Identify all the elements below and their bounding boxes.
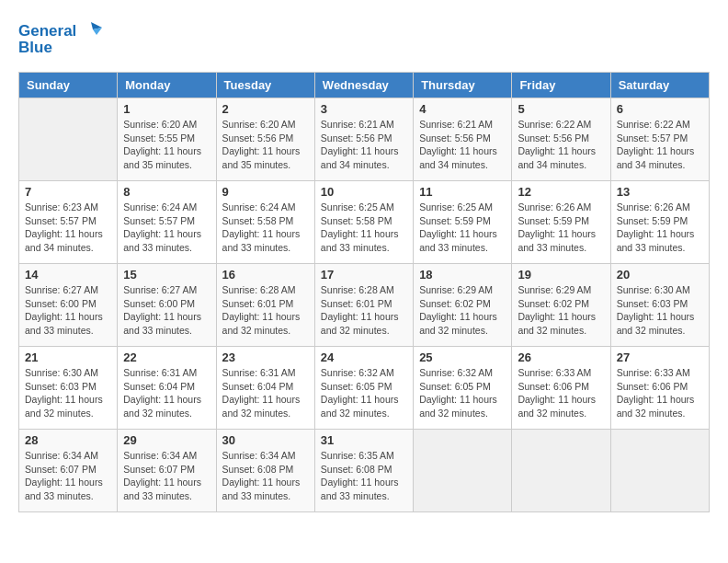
day-info: Sunrise: 6:20 AMSunset: 5:56 PMDaylight:…: [222, 118, 309, 172]
calendar-cell: 13 Sunrise: 6:26 AMSunset: 5:59 PMDaylig…: [610, 181, 709, 264]
calendar-table: SundayMondayTuesdayWednesdayThursdayFrid…: [18, 72, 710, 512]
day-number: 25: [419, 350, 506, 364]
day-info: Sunrise: 6:33 AMSunset: 6:06 PMDaylight:…: [617, 366, 703, 420]
day-info: Sunrise: 6:35 AMSunset: 6:08 PMDaylight:…: [321, 449, 407, 503]
day-number: 31: [321, 433, 407, 447]
calendar-cell: 22 Sunrise: 6:31 AMSunset: 6:04 PMDaylig…: [118, 347, 216, 430]
calendar-week-row: 7 Sunrise: 6:23 AMSunset: 5:57 PMDayligh…: [19, 181, 710, 264]
day-info: Sunrise: 6:31 AMSunset: 6:04 PMDaylight:…: [222, 366, 309, 420]
day-info: Sunrise: 6:22 AMSunset: 5:57 PMDaylight:…: [617, 118, 703, 172]
calendar-week-row: 14 Sunrise: 6:27 AMSunset: 6:00 PMDaylig…: [19, 264, 710, 347]
day-info: Sunrise: 6:24 AMSunset: 5:57 PMDaylight:…: [123, 201, 210, 255]
calendar-cell: 14 Sunrise: 6:27 AMSunset: 6:00 PMDaylig…: [19, 264, 118, 347]
logo-bird-icon: [78, 18, 104, 44]
calendar-cell: 1 Sunrise: 6:20 AMSunset: 5:55 PMDayligh…: [118, 98, 216, 181]
day-number: 11: [419, 185, 506, 199]
calendar-cell: 21 Sunrise: 6:30 AMSunset: 6:03 PMDaylig…: [19, 347, 118, 430]
calendar-cell: 26 Sunrise: 6:33 AMSunset: 6:06 PMDaylig…: [512, 347, 610, 430]
day-info: Sunrise: 6:30 AMSunset: 6:03 PMDaylight:…: [617, 283, 703, 338]
day-number: 23: [222, 350, 309, 364]
weekday-header: Friday: [512, 73, 610, 98]
day-info: Sunrise: 6:25 AMSunset: 5:59 PMDaylight:…: [419, 201, 506, 255]
day-number: 16: [222, 268, 309, 282]
calendar-cell: 31 Sunrise: 6:35 AMSunset: 6:08 PMDaylig…: [314, 430, 413, 512]
day-number: 3: [321, 102, 407, 116]
day-number: 27: [617, 350, 703, 364]
calendar-week-row: 1 Sunrise: 6:20 AMSunset: 5:55 PMDayligh…: [19, 98, 710, 181]
day-info: Sunrise: 6:23 AMSunset: 5:57 PMDaylight:…: [25, 201, 111, 255]
calendar-cell: [512, 430, 610, 512]
calendar-cell: 29 Sunrise: 6:34 AMSunset: 6:07 PMDaylig…: [118, 430, 216, 512]
day-number: 17: [321, 268, 407, 282]
calendar-cell: [19, 98, 118, 181]
day-info: Sunrise: 6:28 AMSunset: 6:01 PMDaylight:…: [321, 283, 407, 338]
day-number: 28: [25, 433, 111, 447]
calendar-cell: 23 Sunrise: 6:31 AMSunset: 6:04 PMDaylig…: [216, 347, 314, 430]
day-number: 13: [617, 185, 703, 199]
calendar-cell: 9 Sunrise: 6:24 AMSunset: 5:58 PMDayligh…: [216, 181, 314, 264]
day-info: Sunrise: 6:32 AMSunset: 6:05 PMDaylight:…: [419, 366, 506, 420]
calendar-cell: 25 Sunrise: 6:32 AMSunset: 6:05 PMDaylig…: [414, 347, 512, 430]
weekday-header: Thursday: [414, 73, 512, 98]
day-number: 14: [25, 268, 111, 282]
day-number: 12: [518, 185, 604, 199]
weekday-header-row: SundayMondayTuesdayWednesdayThursdayFrid…: [19, 73, 710, 98]
logo-text-general: General: [18, 22, 76, 40]
calendar-cell: 17 Sunrise: 6:28 AMSunset: 6:01 PMDaylig…: [314, 264, 413, 347]
day-info: Sunrise: 6:26 AMSunset: 5:59 PMDaylight:…: [518, 201, 604, 255]
day-info: Sunrise: 6:20 AMSunset: 5:55 PMDaylight:…: [123, 118, 210, 172]
day-info: Sunrise: 6:31 AMSunset: 6:04 PMDaylight:…: [123, 366, 210, 420]
day-info: Sunrise: 6:21 AMSunset: 5:56 PMDaylight:…: [321, 118, 407, 172]
day-number: 21: [25, 350, 111, 364]
calendar-week-row: 28 Sunrise: 6:34 AMSunset: 6:07 PMDaylig…: [19, 430, 710, 512]
day-number: 29: [123, 433, 210, 447]
day-number: 19: [518, 268, 604, 282]
calendar-cell: 27 Sunrise: 6:33 AMSunset: 6:06 PMDaylig…: [610, 347, 709, 430]
day-info: Sunrise: 6:34 AMSunset: 6:07 PMDaylight:…: [123, 449, 210, 503]
day-info: Sunrise: 6:29 AMSunset: 6:02 PMDaylight:…: [518, 283, 604, 338]
calendar-cell: 11 Sunrise: 6:25 AMSunset: 5:59 PMDaylig…: [414, 181, 512, 264]
weekday-header: Tuesday: [216, 73, 314, 98]
calendar-cell: 2 Sunrise: 6:20 AMSunset: 5:56 PMDayligh…: [216, 98, 314, 181]
day-number: 8: [123, 185, 210, 199]
logo-text-blue: Blue: [18, 39, 52, 57]
day-number: 24: [321, 350, 407, 364]
calendar-week-row: 21 Sunrise: 6:30 AMSunset: 6:03 PMDaylig…: [19, 347, 710, 430]
calendar-cell: 28 Sunrise: 6:34 AMSunset: 6:07 PMDaylig…: [19, 430, 118, 512]
calendar-cell: 6 Sunrise: 6:22 AMSunset: 5:57 PMDayligh…: [610, 98, 709, 181]
weekday-header: Wednesday: [314, 73, 413, 98]
calendar-cell: [610, 430, 709, 512]
calendar-cell: 24 Sunrise: 6:32 AMSunset: 6:05 PMDaylig…: [314, 347, 413, 430]
calendar-cell: 3 Sunrise: 6:21 AMSunset: 5:56 PMDayligh…: [314, 98, 413, 181]
day-number: 15: [123, 268, 210, 282]
calendar-cell: 18 Sunrise: 6:29 AMSunset: 6:02 PMDaylig…: [414, 264, 512, 347]
calendar-cell: 12 Sunrise: 6:26 AMSunset: 5:59 PMDaylig…: [512, 181, 610, 264]
day-info: Sunrise: 6:25 AMSunset: 5:58 PMDaylight:…: [321, 201, 407, 255]
calendar-cell: 10 Sunrise: 6:25 AMSunset: 5:58 PMDaylig…: [314, 181, 413, 264]
calendar-cell: 20 Sunrise: 6:30 AMSunset: 6:03 PMDaylig…: [610, 264, 709, 347]
weekday-header: Saturday: [610, 73, 709, 98]
day-number: 9: [222, 185, 309, 199]
day-info: Sunrise: 6:24 AMSunset: 5:58 PMDaylight:…: [222, 201, 309, 255]
calendar-cell: 7 Sunrise: 6:23 AMSunset: 5:57 PMDayligh…: [19, 181, 118, 264]
day-info: Sunrise: 6:22 AMSunset: 5:56 PMDaylight:…: [518, 118, 604, 172]
day-number: 7: [25, 185, 111, 199]
day-info: Sunrise: 6:33 AMSunset: 6:06 PMDaylight:…: [518, 366, 604, 420]
weekday-header: Monday: [118, 73, 216, 98]
day-number: 30: [222, 433, 309, 447]
day-info: Sunrise: 6:21 AMSunset: 5:56 PMDaylight:…: [419, 118, 506, 172]
calendar-cell: 19 Sunrise: 6:29 AMSunset: 6:02 PMDaylig…: [512, 264, 610, 347]
day-number: 18: [419, 268, 506, 282]
day-info: Sunrise: 6:26 AMSunset: 5:59 PMDaylight:…: [617, 201, 703, 255]
day-info: Sunrise: 6:28 AMSunset: 6:01 PMDaylight:…: [222, 283, 309, 338]
calendar-cell: 15 Sunrise: 6:27 AMSunset: 6:00 PMDaylig…: [118, 264, 216, 347]
day-number: 2: [222, 102, 309, 116]
calendar-cell: 8 Sunrise: 6:24 AMSunset: 5:57 PMDayligh…: [118, 181, 216, 264]
day-info: Sunrise: 6:29 AMSunset: 6:02 PMDaylight:…: [419, 283, 506, 338]
calendar-cell: 5 Sunrise: 6:22 AMSunset: 5:56 PMDayligh…: [512, 98, 610, 181]
logo: General Blue: [18, 18, 104, 57]
calendar-cell: 30 Sunrise: 6:34 AMSunset: 6:08 PMDaylig…: [216, 430, 314, 512]
day-info: Sunrise: 6:30 AMSunset: 6:03 PMDaylight:…: [25, 366, 111, 420]
day-info: Sunrise: 6:34 AMSunset: 6:07 PMDaylight:…: [25, 449, 111, 503]
day-info: Sunrise: 6:32 AMSunset: 6:05 PMDaylight:…: [321, 366, 407, 420]
